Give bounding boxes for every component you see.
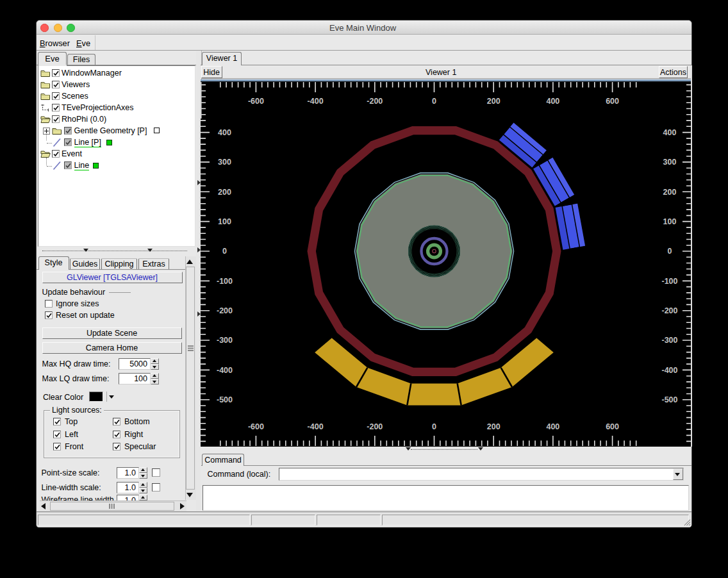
svg-text:-200: -200 (367, 422, 383, 431)
svg-text:200: 200 (218, 188, 231, 197)
svg-text:600: 600 (606, 422, 619, 431)
svg-text:-100: -100 (661, 277, 677, 286)
svg-text:-200: -200 (367, 97, 383, 106)
svg-text:300: 300 (663, 158, 677, 167)
svg-text:-600: -600 (248, 97, 264, 106)
svg-text:-100: -100 (217, 277, 233, 286)
svg-text:-400: -400 (308, 422, 324, 431)
svg-text:-400: -400 (308, 97, 324, 106)
svg-text:-300: -300 (217, 336, 233, 345)
svg-text:-500: -500 (661, 395, 677, 404)
svg-text:0: 0 (432, 422, 436, 431)
svg-text:200: 200 (487, 97, 500, 106)
svg-text:-200: -200 (661, 306, 677, 315)
svg-text:0: 0 (432, 97, 436, 106)
svg-text:300: 300 (218, 158, 231, 167)
svg-text:-500: -500 (217, 395, 233, 404)
svg-text:0: 0 (222, 247, 227, 256)
svg-text:-300: -300 (661, 336, 677, 345)
svg-text:-400: -400 (661, 366, 677, 375)
svg-text:200: 200 (663, 188, 677, 197)
svg-text:400: 400 (663, 128, 677, 137)
svg-text:-600: -600 (248, 422, 264, 431)
svg-text:0: 0 (668, 247, 672, 256)
svg-text:-200: -200 (217, 306, 233, 315)
svg-text:200: 200 (487, 422, 500, 431)
svg-text:400: 400 (546, 422, 559, 431)
svg-text:400: 400 (218, 128, 231, 137)
svg-text:100: 100 (663, 217, 677, 226)
svg-text:100: 100 (218, 217, 231, 226)
svg-text:-400: -400 (217, 366, 233, 375)
svg-text:600: 600 (606, 97, 619, 106)
svg-text:400: 400 (546, 97, 559, 106)
